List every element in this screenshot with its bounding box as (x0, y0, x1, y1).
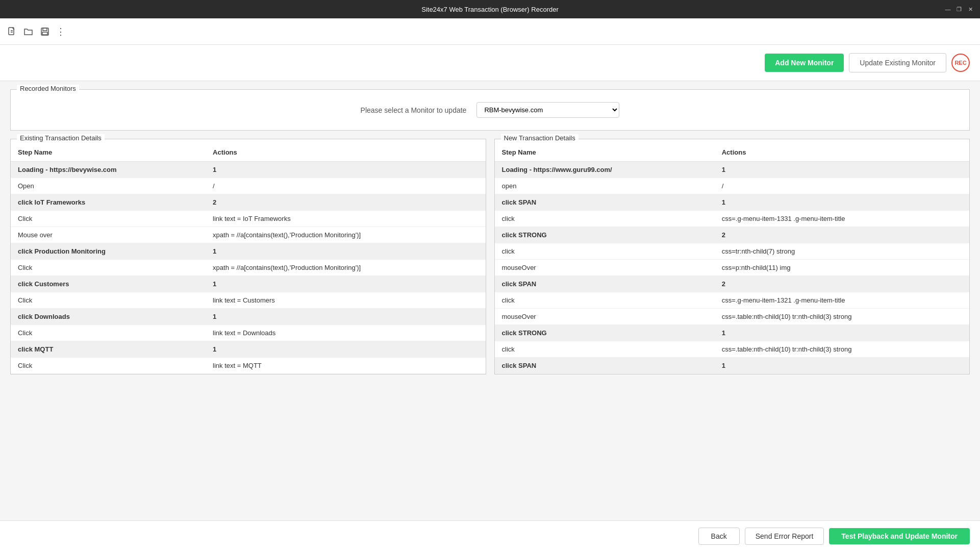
header-row: Add New Monitor Update Existing Monitor … (0, 45, 980, 81)
open-folder-icon[interactable] (22, 26, 35, 38)
rec-button[interactable]: REC (951, 54, 970, 72)
select-monitor-label: Please select a Monitor to update (361, 106, 467, 114)
toolbar: ⋮ (0, 18, 980, 45)
table-row: click css=.table:nth-child(10) tr:nth-ch… (495, 341, 970, 358)
more-options-icon[interactable]: ⋮ (55, 26, 67, 38)
minimize-button[interactable]: — (944, 6, 951, 13)
actions-cell: link text = IoT Frameworks (206, 211, 485, 227)
back-button[interactable]: Back (698, 528, 740, 545)
table-row: click MQTT 1 (11, 341, 486, 358)
monitor-select[interactable]: RBM-bevywise.com (476, 102, 619, 118)
step-name-cell: Loading - https://bevywise.com (11, 162, 206, 178)
save-icon[interactable] (39, 26, 51, 38)
send-error-report-button[interactable]: Send Error Report (745, 528, 824, 545)
new-file-icon[interactable] (6, 26, 18, 38)
svg-rect-4 (43, 28, 47, 31)
svg-rect-5 (42, 32, 47, 35)
existing-panel-table: Step Name Actions Loading - https://bevy… (11, 143, 486, 374)
panels-row: Existing Transaction Details Step Name A… (10, 139, 970, 374)
actions-cell: 1 (206, 162, 485, 178)
add-new-monitor-button[interactable]: Add New Monitor (765, 54, 844, 72)
table-row: mouseOver css=.table:nth-child(10) tr:nt… (495, 309, 970, 325)
actions-cell: / (715, 178, 969, 194)
new-step-name-header: Step Name (495, 143, 715, 162)
step-name-cell: mouseOver (495, 260, 715, 276)
table-row: Loading - https://www.guru99.com/ 1 (495, 162, 970, 178)
app-title: Site24x7 Web Transaction (Browser) Recor… (421, 6, 559, 13)
table-row: click IoT Frameworks 2 (11, 194, 486, 211)
table-row: Loading - https://bevywise.com 1 (11, 162, 486, 178)
step-name-cell: Mouse over (11, 227, 206, 243)
table-row: click Customers 1 (11, 276, 486, 292)
actions-cell: xpath = //a[contains(text(),'Production … (206, 260, 485, 276)
table-row: click SPAN 1 (495, 194, 970, 211)
actions-cell: 1 (206, 243, 485, 260)
table-row: click Production Monitoring 1 (11, 243, 486, 260)
actions-cell: 2 (715, 276, 969, 292)
window-controls: — ❐ ✕ (944, 6, 974, 13)
recorded-monitors-label: Recorded Monitors (17, 85, 79, 92)
table-row: click SPAN 1 (495, 358, 970, 374)
new-panel-label: New Transaction Details (501, 134, 579, 142)
actions-cell: css=p:nth-child(11) img (715, 260, 969, 276)
step-name-cell: click IoT Frameworks (11, 194, 206, 211)
table-row: click css=tr:nth-child(7) strong (495, 243, 970, 260)
step-name-cell: Loading - https://www.guru99.com/ (495, 162, 715, 178)
step-name-cell: click Downloads (11, 309, 206, 325)
step-name-cell: click Customers (11, 276, 206, 292)
existing-panel-label: Existing Transaction Details (17, 134, 105, 142)
step-name-cell: click SPAN (495, 358, 715, 374)
new-table-header: Step Name Actions (495, 143, 970, 162)
actions-cell: 1 (715, 162, 969, 178)
actions-cell: css=tr:nth-child(7) strong (715, 243, 969, 260)
new-actions-header: Actions (715, 143, 969, 162)
step-name-cell: Open (11, 178, 206, 194)
table-row: Click link text = Downloads (11, 325, 486, 341)
table-row: click css=.g-menu-item-1331 .g-menu-item… (495, 211, 970, 227)
step-name-cell: click STRONG (495, 227, 715, 243)
test-playback-button[interactable]: Test Playback and Update Monitor (829, 528, 970, 544)
table-row: Click link text = IoT Frameworks (11, 211, 486, 227)
new-transaction-panel: New Transaction Details Step Name Action… (494, 139, 970, 374)
actions-cell: 2 (715, 227, 969, 243)
step-name-cell: Click (11, 292, 206, 309)
step-name-cell: click MQTT (11, 341, 206, 358)
actions-cell: 1 (206, 309, 485, 325)
actions-cell: 1 (715, 325, 969, 341)
existing-transaction-panel: Existing Transaction Details Step Name A… (10, 139, 486, 374)
actions-cell: css=.table:nth-child(10) tr:nth-child(3)… (715, 309, 969, 325)
actions-cell: 1 (206, 276, 485, 292)
actions-cell: link text = Customers (206, 292, 485, 309)
table-row: Mouse over xpath = //a[contains(text(),'… (11, 227, 486, 243)
title-bar: Site24x7 Web Transaction (Browser) Recor… (0, 0, 980, 18)
close-button[interactable]: ✕ (967, 6, 974, 13)
actions-cell: / (206, 178, 485, 194)
table-row: Click link text = Customers (11, 292, 486, 309)
step-name-cell: click STRONG (495, 325, 715, 341)
step-name-cell: Click (11, 358, 206, 374)
table-row: click STRONG 1 (495, 325, 970, 341)
step-name-cell: click SPAN (495, 194, 715, 211)
step-name-cell: Click (11, 211, 206, 227)
step-name-cell: click (495, 292, 715, 309)
main-content: Recorded Monitors Please select a Monito… (0, 81, 980, 383)
existing-table-header: Step Name Actions (11, 143, 486, 162)
step-name-cell: click SPAN (495, 276, 715, 292)
step-name-cell: Click (11, 325, 206, 341)
actions-cell: xpath = //a[contains(text(),'Production … (206, 227, 485, 243)
step-name-cell: open (495, 178, 715, 194)
actions-cell: css=.g-menu-item-1321 .g-menu-item-title (715, 292, 969, 309)
existing-actions-header: Actions (206, 143, 485, 162)
actions-cell: 1 (206, 341, 485, 358)
actions-cell: link text = MQTT (206, 358, 485, 374)
table-row: click Downloads 1 (11, 309, 486, 325)
actions-cell: css=.g-menu-item-1331 .g-menu-item-title (715, 211, 969, 227)
new-panel-table: Step Name Actions Loading - https://www.… (495, 143, 970, 374)
table-row: Click xpath = //a[contains(text(),'Produ… (11, 260, 486, 276)
step-name-cell: click (495, 243, 715, 260)
step-name-cell: click Production Monitoring (11, 243, 206, 260)
update-existing-monitor-button[interactable]: Update Existing Monitor (849, 53, 946, 72)
table-row: Click link text = MQTT (11, 358, 486, 374)
table-row: click STRONG 2 (495, 227, 970, 243)
restore-button[interactable]: ❐ (956, 6, 963, 13)
